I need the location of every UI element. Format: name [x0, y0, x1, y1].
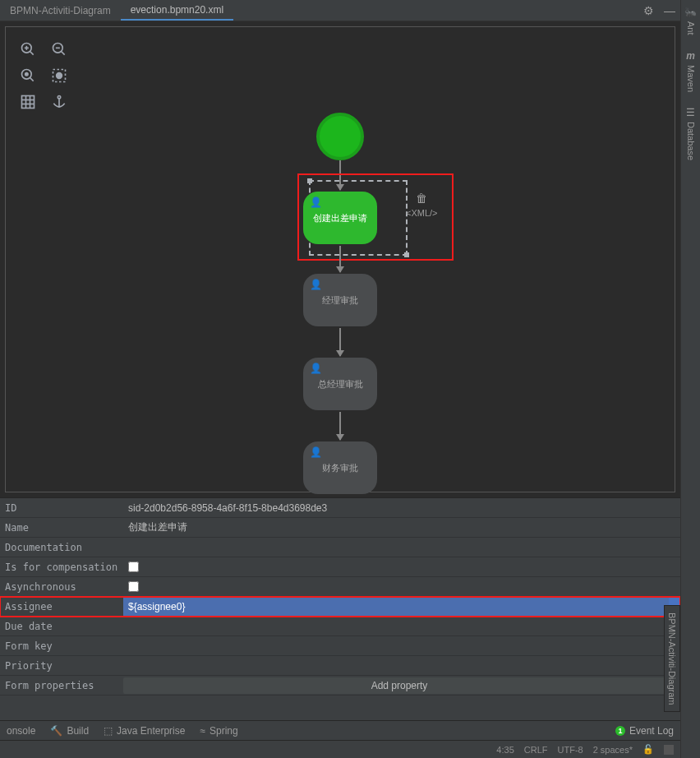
svg-point-17: [58, 96, 60, 99]
console-tab[interactable]: onsole: [7, 725, 35, 737]
task-node-manager-approve[interactable]: 👤 经理审批: [303, 274, 377, 326]
task-label: 经理审批: [322, 294, 358, 307]
flow-arrow: [339, 412, 341, 440]
trash-icon[interactable]: 🗑: [416, 192, 427, 205]
selection-icon[interactable]: [48, 65, 70, 86]
async-checkbox[interactable]: [128, 581, 139, 592]
prop-row-form-properties[interactable]: Form properties Add property: [0, 676, 680, 696]
line-separator[interactable]: CRLF: [524, 745, 548, 755]
right-tool-sidebar: 🐜Ant mMaven ☰Database: [680, 0, 700, 758]
prop-label: ID: [0, 502, 123, 514]
tab-bar: BPMN-Activiti-Diagram evection.bpmn20.xm…: [0, 0, 680, 21]
minimize-icon[interactable]: —: [659, 4, 680, 17]
spring-tab[interactable]: ≈Spring: [200, 725, 237, 737]
database-icon: ☰: [686, 107, 695, 118]
node-context-tools: 🗑 <XML/>: [406, 192, 438, 218]
grid-icon[interactable]: [17, 91, 39, 113]
start-event-node[interactable]: [316, 113, 364, 160]
prop-row-priority[interactable]: Priority: [0, 656, 680, 676]
diagram: 👤 创建出差申请 🗑 <XML/> 👤 经理审批 👤 总经理审批 👤 财务审批: [209, 35, 472, 496]
ant-tool-tab[interactable]: 🐜Ant: [684, 7, 697, 35]
prop-value[interactable]: [123, 617, 680, 636]
xml-badge[interactable]: <XML/>: [406, 208, 438, 218]
java-enterprise-tab[interactable]: ⬚Java Enterprise: [104, 725, 185, 737]
flow-arrow: [339, 328, 341, 356]
prop-value[interactable]: [123, 557, 680, 576]
user-icon: 👤: [310, 196, 322, 208]
svg-line-5: [62, 52, 65, 55]
add-property-button[interactable]: Add property: [123, 677, 675, 694]
zoom-fit-icon[interactable]: [17, 65, 39, 86]
prop-value[interactable]: [123, 636, 680, 655]
indent-setting[interactable]: 2 spaces*: [593, 745, 633, 755]
database-tool-tab[interactable]: ☰Database: [686, 107, 696, 160]
tab-bpmn-diagram[interactable]: BPMN-Activiti-Diagram: [0, 0, 121, 21]
diagram-canvas[interactable]: 👤 创建出差申请 🗑 <XML/> 👤 经理审批 👤 总经理审批 👤 财务审批: [5, 26, 675, 492]
prop-label: Form properties: [0, 680, 123, 691]
prop-value[interactable]: ${assignee0}: [123, 597, 669, 616]
compensation-checkbox[interactable]: [128, 562, 139, 572]
prop-label: Is for compensation: [0, 562, 123, 573]
prop-row-name[interactable]: Name 创建出差申请: [0, 518, 680, 538]
svg-point-9: [25, 73, 28, 76]
notification-badge: 1: [615, 726, 625, 736]
zoom-out-icon[interactable]: [48, 39, 70, 60]
ant-icon: 🐜: [684, 7, 697, 18]
bpmn-diagram-side-tab[interactable]: BPMN-Activiti-Diagram: [664, 605, 680, 712]
file-encoding[interactable]: UTF-8: [558, 745, 583, 755]
prop-label: Asynchronous: [0, 581, 123, 593]
task-node-gm-approve[interactable]: 👤 总经理审批: [303, 358, 377, 410]
prop-value[interactable]: sid-2d0b2d56-8958-4a6f-8f15-8be4d3698de3: [123, 498, 680, 517]
prop-row-asynchronous[interactable]: Asynchronous: [0, 577, 680, 597]
task-node-finance-approve[interactable]: 👤 财务审批: [303, 441, 377, 494]
task-label: 总经理审批: [318, 378, 363, 391]
prop-label: Documentation: [0, 542, 123, 553]
prop-row-compensation[interactable]: Is for compensation: [0, 557, 680, 577]
prop-value[interactable]: [123, 538, 680, 557]
prop-row-due-date[interactable]: Due date: [0, 617, 680, 636]
task-node-create-request[interactable]: 👤 创建出差申请: [303, 192, 377, 244]
zoom-in-icon[interactable]: [17, 39, 39, 60]
tab-evection-xml[interactable]: evection.bpmn20.xml: [121, 0, 233, 21]
hammer-icon: 🔨: [50, 725, 62, 737]
prop-row-form-key[interactable]: Form key: [0, 636, 680, 656]
properties-panel: ID sid-2d0b2d56-8958-4a6f-8f15-8be4d3698…: [0, 497, 680, 720]
prop-label: Form key: [0, 640, 123, 652]
task-label: 财务审批: [322, 462, 358, 474]
flow-arrow: [339, 246, 341, 272]
maven-tool-tab[interactable]: mMaven: [686, 50, 696, 92]
prop-row-id[interactable]: ID sid-2d0b2d56-8958-4a6f-8f15-8be4d3698…: [0, 498, 680, 518]
prop-label: Priority: [0, 660, 123, 672]
prop-value[interactable]: [123, 577, 680, 596]
toolbox: [17, 39, 75, 113]
prop-row-assignee[interactable]: Assignee ${assignee0}: [0, 597, 680, 617]
cube-icon: ⬚: [104, 725, 113, 737]
event-log-button[interactable]: 1 Event Log: [615, 725, 674, 737]
user-icon: 👤: [310, 363, 322, 374]
status-icon[interactable]: [664, 745, 674, 755]
svg-point-11: [57, 73, 62, 79]
user-icon: 👤: [310, 446, 322, 458]
svg-line-8: [30, 78, 34, 81]
build-tab[interactable]: 🔨Build: [50, 725, 89, 737]
cursor-position[interactable]: 4:35: [496, 745, 513, 755]
lock-icon[interactable]: 🔓: [642, 744, 654, 755]
user-icon: 👤: [310, 279, 322, 290]
status-bar: 4:35 CRLF UTF-8 2 spaces* 🔓: [0, 740, 680, 758]
prop-value[interactable]: 创建出差申请: [123, 518, 680, 537]
svg-line-1: [30, 52, 34, 55]
task-label: 创建出差申请: [313, 212, 367, 224]
maven-icon: m: [686, 50, 695, 62]
anchor-icon[interactable]: [48, 91, 70, 113]
prop-label: Name: [0, 522, 123, 534]
footer-toolbar: onsole 🔨Build ⬚Java Enterprise ≈Spring 1…: [0, 720, 680, 740]
prop-label: Assignee: [0, 601, 123, 612]
prop-row-documentation[interactable]: Documentation: [0, 538, 680, 557]
gear-icon[interactable]: ⚙: [638, 4, 659, 17]
flow-arrow: [339, 160, 341, 190]
prop-label: Due date: [0, 621, 123, 632]
prop-value[interactable]: [123, 656, 680, 675]
svg-rect-12: [22, 96, 35, 109]
leaf-icon: ≈: [200, 725, 205, 737]
